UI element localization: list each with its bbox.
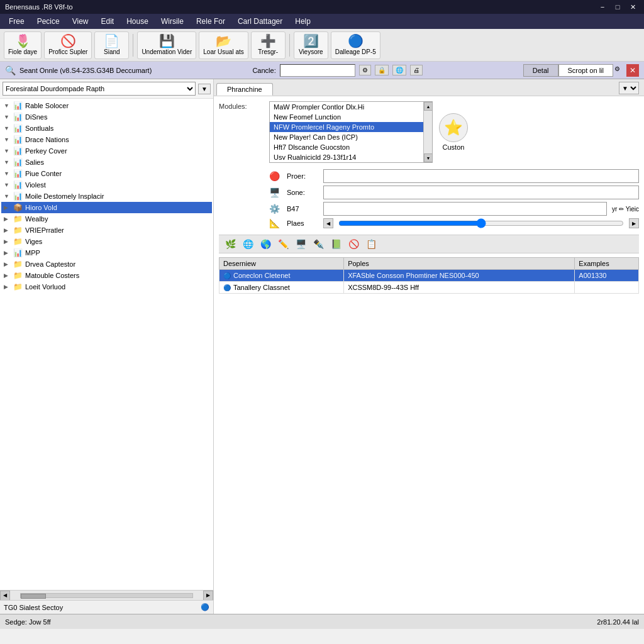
table-cell-examples: A001330 bbox=[575, 270, 639, 282]
places-right-button[interactable]: ▶ bbox=[629, 218, 639, 228]
bottom-tool-earth[interactable]: 🌎 bbox=[258, 236, 273, 252]
menu-house[interactable]: House bbox=[120, 16, 155, 27]
form-spacer bbox=[219, 169, 263, 231]
maximize-button[interactable]: □ bbox=[611, 1, 624, 13]
tab-scropt[interactable]: Scropt on lil bbox=[558, 64, 613, 77]
tree-expand-icon: ▼ bbox=[4, 114, 13, 120]
minimize-button[interactable]: − bbox=[596, 1, 609, 13]
phranchine-tab[interactable]: Phranchine bbox=[216, 83, 273, 96]
places-slider[interactable] bbox=[338, 218, 624, 228]
toolbar-proficc[interactable]: 🚫 Proficc Supler bbox=[44, 31, 92, 59]
status-bar: Sedge: Jow 5ff 2r81.20.44 lal bbox=[0, 614, 644, 629]
tree-item[interactable]: ▼📊Salies bbox=[1, 157, 212, 168]
custom-button[interactable]: ⭐ Custon bbox=[439, 101, 468, 163]
folder-dropdown[interactable]: Foresiratal Dourdompade Rapth bbox=[3, 82, 196, 96]
tree-item[interactable]: ▶📦Hioro Vold bbox=[1, 202, 212, 213]
tree-item[interactable]: ▶📁Drvea Captestor bbox=[1, 258, 212, 270]
tab-detal[interactable]: Detal bbox=[523, 64, 558, 77]
tree-item[interactable]: ▶📁VRIEPrratler bbox=[1, 225, 212, 236]
places-left-button[interactable]: ◀ bbox=[323, 218, 333, 228]
bottom-tool-clipboard[interactable]: 📋 bbox=[364, 236, 379, 252]
scroll-thumb bbox=[21, 594, 46, 599]
menu-carl[interactable]: Carl Dattager bbox=[231, 16, 289, 27]
scroll-left-button[interactable]: ◀ bbox=[0, 591, 10, 601]
tree-item[interactable]: ▼📊Perkey Cover bbox=[1, 145, 212, 157]
toolbar-siand[interactable]: 📄 Siand bbox=[94, 31, 129, 59]
toolbar-sep-2 bbox=[289, 34, 290, 57]
lock-button[interactable]: 🔒 bbox=[375, 65, 389, 75]
module-option[interactable]: Usv Rualnicicld 29-13f1r14 bbox=[270, 152, 423, 162]
tab-dropdown-select[interactable]: ▼ bbox=[619, 82, 639, 94]
tree-expand-icon: ▶ bbox=[4, 204, 13, 211]
tree-expand-icon: ▼ bbox=[4, 148, 13, 154]
bottom-tool-book[interactable]: 📗 bbox=[328, 236, 343, 252]
tree-item[interactable]: ▶📁Viges bbox=[1, 236, 212, 247]
b47-input[interactable] bbox=[323, 202, 607, 216]
menu-help[interactable]: Help bbox=[289, 16, 317, 27]
tree-item[interactable]: ▼📊Violest bbox=[1, 179, 212, 191]
bottom-tool-pen[interactable]: ✒️ bbox=[311, 236, 326, 252]
menu-wirsile[interactable]: Wirsile bbox=[155, 16, 190, 27]
cancel-input[interactable] bbox=[280, 64, 355, 77]
menu-pecice[interactable]: Pecice bbox=[31, 16, 66, 27]
bottom-tool-block2[interactable]: 🚫 bbox=[346, 236, 361, 252]
module-scroll-down-button[interactable]: ▼ bbox=[424, 153, 433, 162]
table-row[interactable]: 🔵Coneclon CletenetXFASble Consson Phomti… bbox=[219, 270, 639, 282]
tree-item[interactable]: ▶📁Loeit Vorluod bbox=[1, 281, 212, 292]
left-panel: Foresiratal Dourdompade Rapth ▼ ▼📊Rable … bbox=[0, 79, 214, 614]
module-option[interactable]: New Player! Can Des (ICP) bbox=[270, 132, 423, 142]
menu-view[interactable]: View bbox=[66, 16, 95, 27]
tree-item[interactable]: ▼📊Rable Solocer bbox=[1, 100, 212, 111]
modules-section: Modules: MaW Prompler Contlor Dlx.HiNew … bbox=[219, 101, 639, 163]
scroll-right-button[interactable]: ▶ bbox=[203, 591, 213, 601]
toolbar-fiole-daye[interactable]: 🌷 Fiole daye bbox=[4, 31, 42, 59]
module-option[interactable]: NFW Promlercel Rageny Promto bbox=[270, 122, 423, 132]
module-option[interactable]: Hft7 Dlscancle Guocston bbox=[270, 142, 423, 152]
tree-item-label: DiSnes bbox=[25, 113, 47, 121]
menu-free[interactable]: Free bbox=[3, 16, 31, 27]
proer-input[interactable] bbox=[323, 169, 639, 183]
tree-item[interactable]: ▶📊MPP bbox=[1, 247, 212, 258]
tree-item[interactable]: ▼📊Drace Nations bbox=[1, 134, 212, 145]
module-option[interactable]: New Feomef Lunction bbox=[270, 112, 423, 122]
print-button[interactable]: 🖨 bbox=[410, 65, 423, 75]
tree-item-label: Viges bbox=[25, 238, 42, 245]
globe-button[interactable]: 🌐 bbox=[392, 65, 406, 75]
close-button[interactable]: ✕ bbox=[626, 1, 639, 13]
toolbar-tresgr[interactable]: ➕ Tresgr- bbox=[251, 31, 286, 59]
table-row[interactable]: 🔵Tanallery ClassnetXCSSM8D-99--43S Hff bbox=[219, 282, 639, 294]
tree-item[interactable]: ▼📊DiSnes bbox=[1, 111, 212, 123]
tree-item[interactable]: ▼📊Piue Conter bbox=[1, 168, 212, 179]
tree-item-label: Wealby bbox=[25, 215, 48, 223]
menu-rele-for[interactable]: Rele For bbox=[190, 16, 231, 27]
toolbar-vieysore[interactable]: 2️⃣ Vieysore bbox=[294, 31, 328, 59]
module-option[interactable]: MaW Prompler Contlor Dlx.Hi bbox=[270, 102, 423, 112]
tree-expand-icon: ▶ bbox=[4, 216, 13, 222]
bottom-tool-screen[interactable]: 🖥️ bbox=[293, 236, 308, 252]
tree-item[interactable]: ▼📊Moile Destomely Insplacir bbox=[1, 191, 212, 202]
bottom-tool-green[interactable]: 🌿 bbox=[223, 236, 238, 252]
toolbar-undemation-label: Undemation Vider bbox=[142, 48, 192, 55]
b47-label: B47 bbox=[287, 205, 318, 213]
search-close-button[interactable]: ✕ bbox=[626, 64, 639, 77]
bottom-tool-globe2[interactable]: 🌐 bbox=[240, 236, 255, 252]
sone-input[interactable] bbox=[323, 186, 639, 199]
tree-item[interactable]: ▼📊Sontluals bbox=[1, 123, 212, 134]
menu-edit[interactable]: Edit bbox=[95, 16, 121, 27]
bottom-tool-pencil[interactable]: ✏️ bbox=[275, 236, 291, 252]
icon-button[interactable]: ⚙ bbox=[359, 65, 371, 75]
tree-item-icon: 📊 bbox=[13, 248, 23, 257]
toolbar: 🌷 Fiole daye 🚫 Proficc Supler 📄 Siand 💾 … bbox=[0, 29, 644, 62]
custom-button-icon: ⭐ bbox=[439, 113, 468, 142]
tree-expand-icon: ▼ bbox=[4, 136, 13, 143]
toolbar-loar[interactable]: 📂 Loar Usual ats bbox=[199, 31, 248, 59]
proer-row: 🔴 Proer: bbox=[269, 169, 639, 183]
module-scroll-up-button[interactable]: ▲ bbox=[424, 102, 433, 111]
tree-item[interactable]: ▶📁Wealby bbox=[1, 213, 212, 225]
toolbar-undemation[interactable]: 💾 Undemation Vider bbox=[137, 31, 196, 59]
tab-icon: ⚙ bbox=[613, 64, 621, 77]
dropdown-arrow-button[interactable]: ▼ bbox=[198, 84, 211, 94]
table-header: Deserniew Poples Examples bbox=[219, 258, 639, 270]
toolbar-dalleage[interactable]: 🔵 Dalleage DP-5 bbox=[331, 31, 380, 59]
tree-item[interactable]: ▶📁Matouble Costers bbox=[1, 270, 212, 281]
